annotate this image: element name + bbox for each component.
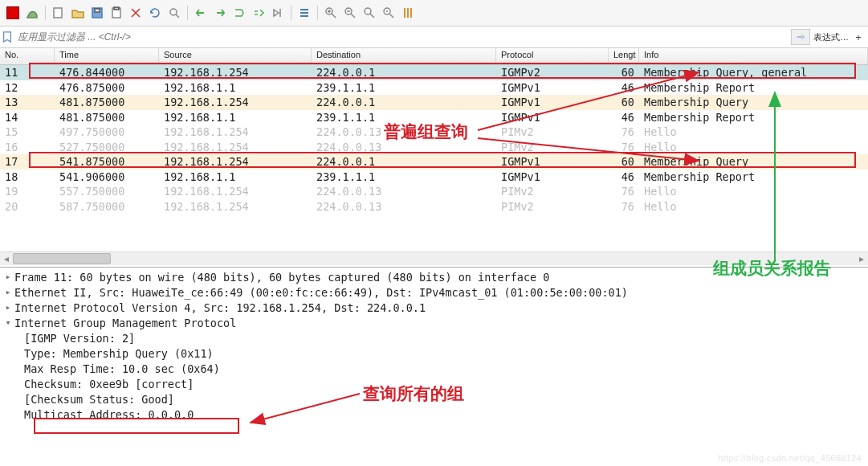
arrow-left-icon[interactable] <box>193 5 209 21</box>
table-row[interactable]: 15497.750000192.168.1.254224.0.0.13PIMv2… <box>0 125 868 140</box>
detail-igmp-checkstatus[interactable]: [Checksum Status: Good] <box>2 391 868 407</box>
cell-no: 15 <box>0 125 55 140</box>
detail-ip[interactable]: ▸ Internet Protocol Version 4, Src: 192.… <box>2 300 868 315</box>
column-header-no[interactable]: No. <box>0 48 55 64</box>
step-over-icon[interactable] <box>251 5 267 21</box>
packet-list-pane: No. Time Source Destination Protocol Len… <box>0 48 868 268</box>
table-row[interactable]: 17541.875000192.168.1.254224.0.0.1IGMPv1… <box>0 154 868 170</box>
cell-no: 18 <box>0 170 55 185</box>
zoom-in-icon[interactable] <box>323 5 339 21</box>
detail-igmp-version[interactable]: [IGMP Version: 2] <box>2 330 868 345</box>
scroll-left-icon[interactable]: ◂ <box>0 252 13 265</box>
column-header-protocol[interactable]: Protocol <box>496 48 609 64</box>
svg-rect-4 <box>114 7 119 10</box>
column-header-source[interactable]: Source <box>159 48 312 64</box>
cell-len: 76 <box>609 125 639 140</box>
cell-time: 587.750000 <box>55 199 159 215</box>
packet-list-header[interactable]: No. Time Source Destination Protocol Len… <box>0 48 868 65</box>
cell-dst: 239.1.1.1 <box>312 170 496 185</box>
watermark-text: https://blog.csdn.net/qq_45668124 <box>718 453 862 463</box>
cell-dst: 224.0.0.1 <box>312 65 496 80</box>
filter-dropdown-icon[interactable] <box>791 29 810 45</box>
cell-src: 192.168.1.254 <box>159 95 312 110</box>
cell-info: Membership Query <box>639 95 868 110</box>
filter-bookmark-icon[interactable] <box>0 31 14 43</box>
detail-ethernet[interactable]: ▸ Ethernet II, Src: HuaweiTe_ce:66:49 (0… <box>2 284 868 300</box>
step-last-icon[interactable] <box>270 5 286 21</box>
main-toolbar <box>0 0 868 27</box>
zoom-reset-icon[interactable] <box>361 5 377 21</box>
cell-time: 541.875000 <box>55 154 159 170</box>
table-row[interactable]: 19557.750000192.168.1.254224.0.0.13PIMv2… <box>0 184 868 199</box>
resize-columns-icon[interactable] <box>400 5 416 21</box>
add-filter-button[interactable]: + <box>852 31 865 43</box>
toolbar-separator <box>317 6 318 20</box>
doc-list-icon[interactable] <box>296 5 312 21</box>
table-row[interactable]: 13481.875000192.168.1.254224.0.0.1IGMPv1… <box>0 95 868 110</box>
cell-time: 476.844000 <box>55 65 159 80</box>
cell-time: 497.750000 <box>55 125 159 140</box>
column-header-length[interactable]: Lengt <box>609 48 639 64</box>
cell-dst: 224.0.0.13 <box>312 184 496 199</box>
display-filter-bar: 表达式… + <box>0 27 868 48</box>
table-row[interactable]: 12476.875000192.168.1.1239.1.1.1IGMPv146… <box>0 80 868 96</box>
cell-time: 527.750000 <box>55 140 159 155</box>
cell-dst: 224.0.0.13 <box>312 199 496 215</box>
table-row[interactable]: 20587.750000192.168.1.254224.0.0.13PIMv2… <box>0 199 868 215</box>
scroll-right-icon[interactable]: ▸ <box>855 252 868 265</box>
step-into-icon[interactable] <box>231 5 247 21</box>
packet-list-rows[interactable]: 11476.844000192.168.1.254224.0.0.1IGMPv2… <box>0 65 868 251</box>
packet-details-pane[interactable]: ▸ Frame 11: 60 bytes on wire (480 bits),… <box>0 268 868 466</box>
cell-info: Membership Query, general <box>639 65 868 80</box>
cell-dst: 224.0.0.1 <box>312 154 496 170</box>
caret-down-icon[interactable]: ▾ <box>2 317 14 328</box>
detail-igmp-mcast[interactable]: Multicast Address: 0.0.0.0 <box>2 407 868 422</box>
expression-button[interactable]: 表达式… <box>812 31 850 43</box>
shark-fin-icon[interactable] <box>24 5 40 21</box>
clipboard-icon[interactable] <box>108 5 124 21</box>
reload-icon[interactable] <box>147 5 163 21</box>
cell-dst: 224.0.0.13 <box>312 140 496 155</box>
detail-ip-text: Internet Protocol Version 4, Src: 192.16… <box>14 301 426 314</box>
file-folder-icon[interactable] <box>70 5 86 21</box>
record-stop-icon[interactable] <box>5 5 21 21</box>
cell-len: 46 <box>609 80 639 96</box>
find-icon[interactable] <box>166 5 182 21</box>
cell-no: 19 <box>0 184 55 199</box>
horizontal-scrollbar[interactable]: ◂ ▸ <box>0 251 868 265</box>
table-row[interactable]: 11476.844000192.168.1.254224.0.0.1IGMPv2… <box>0 65 868 80</box>
column-header-time[interactable]: Time <box>55 48 159 64</box>
svg-point-5 <box>170 9 177 15</box>
detail-frame-text: Frame 11: 60 bytes on wire (480 bits), 6… <box>14 271 549 284</box>
cell-no: 12 <box>0 80 55 96</box>
table-row[interactable]: 14481.875000192.168.1.1239.1.1.1IGMPv146… <box>0 110 868 125</box>
close-x-icon[interactable] <box>128 5 144 21</box>
detail-igmp-checksum[interactable]: Checksum: 0xee9b [correct] <box>2 376 868 391</box>
caret-right-icon[interactable]: ▸ <box>2 287 14 297</box>
cell-proto: IGMPv2 <box>496 65 609 80</box>
detail-frame[interactable]: ▸ Frame 11: 60 bytes on wire (480 bits),… <box>2 269 868 284</box>
arrow-right-icon[interactable] <box>212 5 228 21</box>
cell-src: 192.168.1.1 <box>159 170 312 185</box>
file-save-icon[interactable] <box>89 5 105 21</box>
zoom-out-icon[interactable] <box>342 5 358 21</box>
cell-dst: 224.0.0.13 <box>312 125 496 140</box>
svg-rect-2 <box>95 9 100 12</box>
detail-igmp-type[interactable]: Type: Membership Query (0x11) <box>2 345 868 361</box>
file-open-icon[interactable] <box>51 5 67 21</box>
cell-info: Membership Report <box>639 110 868 125</box>
scroll-thumb[interactable] <box>13 253 111 264</box>
column-header-info[interactable]: Info <box>639 48 868 64</box>
zoom-fit-icon[interactable] <box>381 5 397 21</box>
caret-right-icon[interactable]: ▸ <box>2 272 14 282</box>
column-header-destination[interactable]: Destination <box>312 48 496 64</box>
cell-src: 192.168.1.1 <box>159 110 312 125</box>
display-filter-input[interactable] <box>14 30 791 44</box>
cell-len: 60 <box>609 154 639 170</box>
cell-proto: IGMPv1 <box>496 95 609 110</box>
table-row[interactable]: 18541.906000192.168.1.1239.1.1.1IGMPv146… <box>0 170 868 185</box>
table-row[interactable]: 16527.750000192.168.1.254224.0.0.13PIMv2… <box>0 140 868 155</box>
detail-igmp-maxresp[interactable]: Max Resp Time: 10.0 sec (0x64) <box>2 361 868 376</box>
detail-igmp[interactable]: ▾ Internet Group Management Protocol <box>2 315 868 330</box>
caret-right-icon[interactable]: ▸ <box>2 302 14 313</box>
